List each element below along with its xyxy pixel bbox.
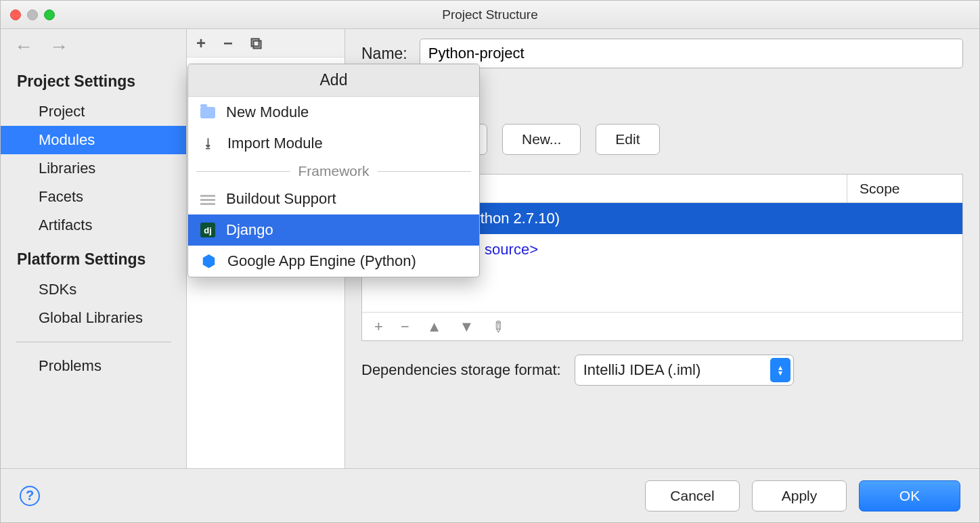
popup-item-gae[interactable]: ⬢ Google App Engine (Python) — [188, 246, 479, 277]
nav-history: ← → — [1, 32, 186, 62]
popup-item-label: Import Module — [227, 135, 323, 152]
module-folder-icon — [200, 107, 215, 118]
dependencies-toolbar: + − ▲ ▼ ✎ — [362, 312, 962, 340]
popup-item-label: Buildout Support — [226, 190, 336, 208]
popup-item-label: New Module — [226, 104, 309, 121]
main-area: ← → Project Settings Project Modules Lib… — [1, 29, 979, 468]
cancel-button[interactable]: Cancel — [645, 480, 740, 511]
gae-icon: ⬢ — [200, 253, 217, 269]
move-down-icon[interactable]: ▼ — [460, 318, 474, 336]
sidebar-item-sdks[interactable]: SDKs — [1, 275, 186, 304]
sidebar-item-project[interactable]: Project — [1, 97, 186, 126]
modules-toolbar: + − ⧉ — [187, 29, 344, 58]
remove-dependency-icon[interactable]: − — [401, 318, 409, 336]
module-name-input[interactable] — [420, 39, 963, 68]
dependencies-header-scope: Scope — [847, 175, 962, 202]
sidebar-item-modules[interactable]: Modules — [1, 126, 186, 154]
dropdown-caret-icon — [770, 358, 790, 382]
help-icon[interactable]: ? — [20, 486, 40, 506]
popup-item-buildout[interactable]: Buildout Support — [188, 183, 479, 214]
sidebar: ← → Project Settings Project Modules Lib… — [1, 29, 187, 468]
add-popup: Add New Module ⭳ Import Module Framework… — [187, 64, 480, 277]
sidebar-divider — [16, 342, 171, 342]
title-bar: Project Structure — [1, 1, 979, 29]
storage-format-value: IntelliJ IDEA (.iml) — [583, 361, 763, 379]
edit-sdk-button[interactable]: Edit — [596, 124, 659, 155]
import-icon: ⭳ — [200, 135, 217, 152]
sidebar-item-facets[interactable]: Facets — [1, 183, 186, 211]
add-dependency-icon[interactable]: + — [374, 318, 383, 336]
django-icon: dj — [200, 223, 215, 237]
popup-item-label: Google App Engine (Python) — [227, 252, 416, 270]
popup-item-new-module[interactable]: New Module — [188, 97, 479, 128]
move-up-icon[interactable]: ▲ — [427, 318, 442, 336]
popup-item-label: Django — [226, 221, 273, 239]
sidebar-item-artifacts[interactable]: Artifacts — [1, 211, 186, 240]
storage-label: Dependencies storage format: — [361, 361, 561, 379]
back-icon[interactable]: ← — [14, 36, 33, 58]
edit-dependency-icon[interactable]: ✎ — [487, 316, 508, 337]
section-platform-settings: Platform Settings — [1, 240, 186, 275]
sidebar-item-problems[interactable]: Problems — [1, 352, 186, 380]
sidebar-item-libraries[interactable]: Libraries — [1, 154, 186, 183]
remove-icon[interactable]: − — [223, 34, 233, 53]
storage-row: Dependencies storage format: IntelliJ ID… — [345, 341, 979, 399]
buildout-icon — [200, 193, 215, 205]
new-sdk-button[interactable]: New... — [502, 124, 581, 155]
popup-item-import-module[interactable]: ⭳ Import Module — [188, 128, 479, 159]
popup-section-framework: Framework — [188, 159, 479, 183]
copy-icon[interactable]: ⧉ — [250, 34, 262, 53]
add-icon[interactable]: + — [196, 34, 206, 53]
ok-button[interactable]: OK — [859, 480, 960, 511]
popup-title: Add — [188, 64, 479, 97]
apply-button[interactable]: Apply — [752, 480, 847, 511]
section-project-settings: Project Settings — [1, 62, 186, 97]
storage-format-dropdown[interactable]: IntelliJ IDEA (.iml) — [575, 355, 794, 386]
name-label: Name: — [361, 45, 407, 63]
forward-icon[interactable]: → — [49, 36, 68, 58]
sidebar-item-global-libraries[interactable]: Global Libraries — [1, 304, 186, 332]
popup-item-django[interactable]: dj Django — [188, 214, 479, 246]
footer-buttons: Cancel Apply OK — [645, 480, 960, 511]
dialog-footer: ? Cancel Apply OK — [1, 468, 979, 522]
window-title: Project Structure — [1, 7, 979, 22]
